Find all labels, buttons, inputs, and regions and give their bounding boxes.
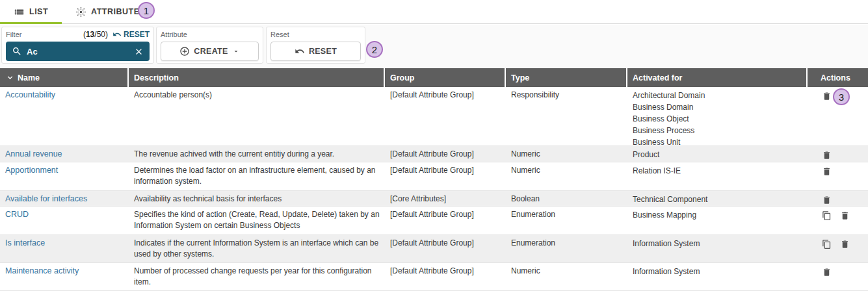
delete-icon[interactable] [822,166,832,190]
filter-reset-link[interactable]: RESET [112,30,150,39]
attribute-name-link[interactable]: Accountability [5,90,55,99]
column-header-description[interactable]: Description [129,68,384,87]
copy-icon[interactable] [822,210,832,234]
table-row: Maintenance activityNumber of processed … [0,263,868,291]
actions-cell [808,235,868,262]
activated-for-cell: Information System [627,235,808,262]
attribute-description: Availability as technical basis for inte… [129,191,385,206]
filter-search-value: Ac [27,47,134,57]
filter-search-input[interactable]: Ac [6,42,150,61]
activated-for-item: Product [633,149,804,160]
table-body: AccountabilityAccountable person(s)[Defa… [0,87,868,291]
table-row: AccountabilityAccountable person(s)[Defa… [0,87,868,146]
activated-for-item: Business Process [633,125,804,136]
attribute-type: Numeric [506,263,627,290]
activated-for-cell: Business Mapping [627,207,808,234]
tab-attribute-label: ATTRIBUTE [91,7,139,16]
table-header: NameDescriptionGroupTypeActivated forAct… [0,68,868,87]
actions-cell [808,207,868,234]
attribute-panel-label: Attribute [161,31,187,38]
reset-button[interactable]: RESET [270,42,361,61]
activated-for-cell: Information System [627,263,808,290]
activated-for-item: Information System [633,266,804,277]
chevron-down-icon [232,47,240,55]
attribute-hub-icon [75,6,86,18]
filter-count: (13/50) [83,30,108,39]
attribute-group: [Default Attribute Group] [385,162,506,190]
attribute-name-link[interactable]: Maintenance activity [5,266,79,275]
attribute-name-link[interactable]: Is interface [5,238,45,247]
attribute-group: [Default Attribute Group] [385,207,506,234]
delete-icon[interactable] [822,195,832,206]
activated-for-cell: Architectural DomainBusiness DomainBusin… [627,87,808,146]
delete-icon[interactable] [822,267,832,290]
attribute-type: Enumeration [506,207,627,234]
column-header-group[interactable]: Group [385,68,505,87]
attribute-group: [Default Attribute Group] [385,263,506,290]
activated-for-item: Relation IS-IE [633,165,804,177]
attribute-type: Enumeration [506,235,627,262]
name-cell: Annual revenue [0,146,129,162]
sort-chevron-down-icon [5,73,18,82]
attribute-panel: Attribute CREATE [156,27,263,64]
name-cell: Accountability [0,87,129,146]
reset-panel-label: Reset [270,31,289,38]
filter-panel-label: Filter [6,31,21,38]
undo-icon [112,30,122,39]
table-row: ApportionmentDetermines the load factor … [0,162,868,191]
name-cell: Available for interfaces [0,191,129,206]
attribute-group: [Default Attribute Group] [385,235,506,262]
delete-icon[interactable] [822,91,832,146]
attribute-name-link[interactable]: Apportionment [5,166,58,175]
table-row: CRUDSpecifies the kind of action (Create… [0,207,868,235]
actions-cell [808,263,868,290]
attribute-type: Boolean [506,191,627,206]
delete-icon[interactable] [840,239,850,262]
reset-panel: Reset RESET [266,27,365,64]
annotation-step-2: 2 [366,41,383,58]
activated-for-item: Business Mapping [633,209,804,221]
attribute-name-link[interactable]: Annual revenue [5,149,62,158]
toolbar: Filter (13/50) RESET Ac Attribute [0,25,868,68]
delete-icon[interactable] [822,150,832,162]
attribute-type: Numeric [506,162,627,190]
column-header-actions[interactable]: Actions [808,68,868,87]
activated-for-item: Architectural Domain [633,90,804,101]
activated-for-cell: Product [627,146,808,162]
attribute-name-link[interactable]: CRUD [5,210,29,219]
activated-for-item: Business Object [633,113,804,125]
attribute-description: Determines the load factor on an infrast… [129,162,385,190]
attribute-description: The revenue achived with the current ent… [129,146,385,162]
create-attribute-button[interactable]: CREATE [161,42,259,61]
table-row: Available for interfacesAvailability as … [0,191,868,207]
activated-for-item: Business Unit [633,136,804,146]
column-header-type[interactable]: Type [506,68,626,87]
annotation-step-1: 1 [138,2,155,19]
actions-cell [808,146,868,162]
column-header-name[interactable]: Name [0,68,127,87]
table-row: Is interfaceIndicates if the current Inf… [0,235,868,263]
tab-list-label: LIST [29,7,48,16]
copy-icon[interactable] [822,239,832,262]
attribute-group: [Core Attributes] [385,191,506,206]
attribute-name-link[interactable]: Available for interfaces [5,194,87,203]
attributes-table: NameDescriptionGroupTypeActivated forAct… [0,68,868,291]
filter-panel: Filter (13/50) RESET Ac [1,27,154,64]
tab-list[interactable]: LIST [0,0,62,23]
close-icon[interactable] [134,47,144,57]
column-header-activated_for[interactable]: Activated for [627,68,806,87]
attribute-type: Numeric [506,146,627,162]
activated-for-cell: Relation IS-IE [627,162,808,190]
attribute-group: [Default Attribute Group] [385,146,506,162]
attribute-description: Specifies the kind of action (Create, Re… [129,207,385,234]
name-cell: Apportionment [0,162,129,190]
undo-icon [295,46,305,57]
name-cell: CRUD [0,207,129,234]
activated-for-item: Business Domain [633,101,804,113]
table-row: Annual revenueThe revenue achived with t… [0,146,868,162]
attribute-description: Indicates if the current Information Sys… [129,235,385,262]
plus-circle-icon [179,46,190,57]
delete-icon[interactable] [840,210,850,234]
name-cell: Is interface [0,235,129,262]
actions-cell [808,162,868,190]
